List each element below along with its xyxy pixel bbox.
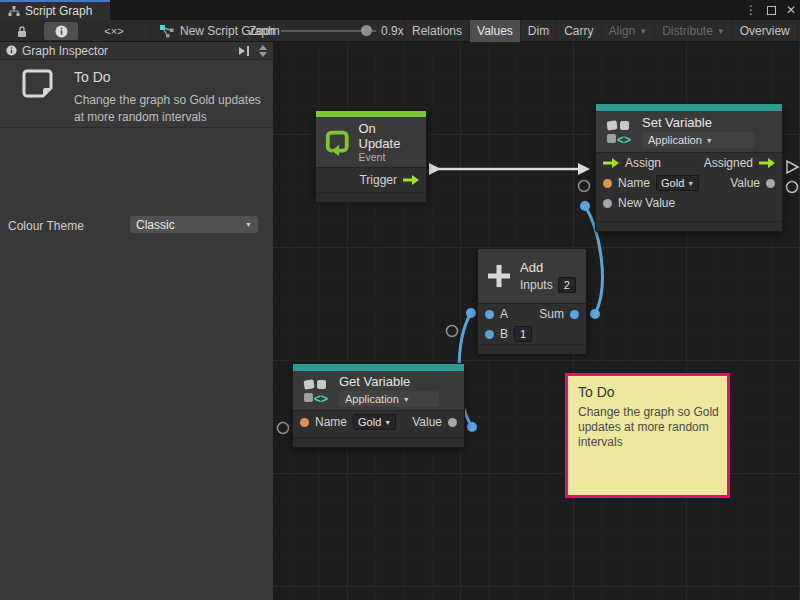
add-icon [486, 263, 512, 289]
assign-port-label: Assign [625, 156, 661, 170]
variable-colorbar [293, 364, 464, 371]
wire-endpoint [466, 308, 476, 318]
window-menu-icon[interactable]: ⋮ [745, 3, 757, 17]
on-update-icon [324, 128, 351, 156]
inspector-todo-title: To Do [74, 69, 111, 85]
carry-button[interactable]: Carry [556, 20, 600, 42]
name-port-label: Name [618, 176, 650, 190]
node-footer [596, 221, 782, 231]
node-add[interactable]: Add Inputs 2 A Sum B [477, 248, 587, 352]
b-port-label: B [500, 327, 508, 341]
node-title: Set Variable [642, 115, 754, 130]
variable-colorbar [596, 104, 782, 111]
value-port-label: Value [730, 176, 760, 190]
value-port-label: Value [412, 415, 442, 429]
sum-port-label: Sum [539, 307, 564, 321]
name-input-port[interactable] [300, 418, 309, 427]
node-set-variable[interactable]: <> Set Variable Application▼ Assign Assi… [595, 103, 783, 232]
sticky-note-icon [20, 67, 56, 103]
zoom-value: 0.9x [381, 24, 404, 38]
tab-strip: Script Graph ⋮ ✕ [0, 0, 800, 20]
port-halo [278, 423, 289, 434]
info-icon [55, 25, 68, 38]
control-output-port[interactable] [759, 158, 775, 168]
dock-panel-icon[interactable] [238, 46, 250, 56]
colour-theme-label: Colour Theme [8, 219, 84, 233]
chevron-down-icon: ▼ [384, 419, 391, 426]
code-view-button[interactable]: <×> [78, 20, 150, 42]
node-footer [478, 344, 586, 354]
align-dropdown[interactable]: Align▼ [601, 20, 655, 42]
chevron-down-icon: ▼ [639, 27, 647, 36]
variables-icon: <> [604, 117, 634, 147]
variable-name-dropdown[interactable]: Gold▼ [656, 175, 699, 191]
sticky-note[interactable]: To Do Change the graph so Gold updates a… [565, 373, 730, 498]
lock-icon [16, 25, 28, 38]
sticky-note-title: To Do [578, 384, 717, 400]
inputs-count-field[interactable]: 2 [558, 277, 576, 293]
node-title: On Update [359, 121, 419, 151]
new-value-input-port[interactable] [603, 199, 612, 208]
colour-theme-dropdown[interactable]: Classic ▼ [130, 216, 258, 233]
chevron-down-icon: ▼ [717, 27, 725, 36]
control-input-port[interactable] [603, 158, 619, 168]
b-value-field[interactable]: 1 [514, 326, 532, 342]
relations-button[interactable]: Relations [404, 20, 469, 42]
node-title: Add [520, 260, 576, 275]
maximize-icon[interactable] [767, 6, 776, 15]
variable-scope-dropdown[interactable]: Application▼ [339, 391, 439, 407]
chevron-down-icon: ▼ [706, 137, 713, 144]
inspector-title: Graph Inspector [22, 44, 108, 58]
window-controls: ⋮ ✕ [745, 0, 796, 20]
trigger-port-label: Trigger [359, 173, 397, 187]
inputs-label: Inputs [520, 278, 553, 292]
new-value-port-label: New Value [618, 196, 675, 210]
value-output-port[interactable] [766, 179, 775, 188]
variable-scope-dropdown[interactable]: Application▼ [642, 132, 754, 148]
variable-name-dropdown[interactable]: Gold▼ [353, 414, 396, 430]
new-graph-icon [159, 24, 174, 38]
wire-endpoint [590, 309, 600, 319]
svg-text:<>: <> [314, 392, 328, 406]
tab-script-graph[interactable]: Script Graph [0, 0, 110, 20]
wire-endpoint [467, 422, 477, 432]
arrow-down-icon [259, 52, 267, 57]
svg-text:<>: <> [617, 133, 631, 147]
chevron-down-icon: ▼ [245, 221, 252, 228]
node-subtitle: Event [359, 151, 419, 163]
toolbar-right-group: Relations Values Dim Carry Align▼ Distri… [404, 20, 800, 42]
distribute-dropdown[interactable]: Distribute▼ [654, 20, 732, 42]
control-output-port[interactable] [403, 175, 419, 185]
chevron-down-icon: ▼ [687, 180, 694, 187]
dim-button[interactable]: Dim [520, 20, 556, 42]
unity-script-graph-window: Script Graph ⋮ ✕ <×> New Script Graph [0, 0, 800, 600]
inspector-toggle-button[interactable] [44, 22, 78, 40]
graph-tab-icon [8, 5, 20, 17]
inspector-todo-description: Change the graph so Gold updates at more… [74, 92, 272, 126]
close-icon[interactable]: ✕ [786, 3, 796, 17]
a-input-port[interactable] [485, 310, 494, 319]
node-title: Get Variable [339, 374, 439, 389]
a-port-label: A [500, 307, 508, 321]
name-input-port[interactable] [603, 179, 612, 188]
code-icon: <×> [104, 25, 123, 37]
info-icon [6, 45, 17, 56]
panel-scroll-arrows[interactable] [259, 45, 267, 57]
tab-title: Script Graph [25, 4, 92, 18]
node-get-variable[interactable]: <> Get Variable Application▼ Name Gold▼ [292, 363, 465, 448]
arrow-up-icon [259, 45, 267, 50]
zoom-slider-handle[interactable] [361, 25, 372, 36]
chevron-down-icon: ▼ [403, 396, 410, 403]
values-button[interactable]: Values [469, 20, 520, 42]
graph-canvas[interactable]: On Update Event Trigger <> [273, 42, 800, 600]
graph-inspector-panel: Graph Inspector To Do Change the graph s… [0, 42, 273, 600]
node-on-update[interactable]: On Update Event Trigger [315, 110, 427, 198]
lock-button[interactable] [0, 20, 44, 42]
sum-output-port[interactable] [570, 310, 579, 319]
port-halo [787, 182, 798, 193]
node-footer [293, 437, 464, 447]
value-output-port[interactable] [448, 418, 457, 427]
graph-inspector-header[interactable]: Graph Inspector [0, 42, 273, 60]
b-input-port[interactable] [485, 330, 494, 339]
overview-button[interactable]: Overview [732, 20, 797, 42]
